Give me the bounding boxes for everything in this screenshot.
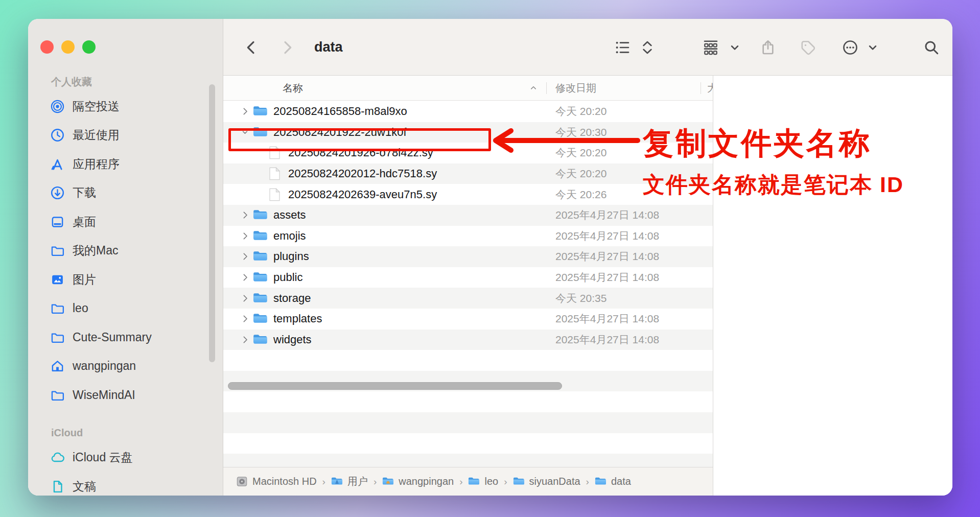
sidebar-section-header: iCloud <box>28 423 223 443</box>
share-icon[interactable] <box>760 39 776 56</box>
sidebar-item-隔空投送[interactable]: 隔空投送 <box>28 92 223 121</box>
file-icon <box>269 167 280 180</box>
horizontal-scrollbar[interactable] <box>228 382 562 390</box>
file-row[interactable]: 20250824165858-m8al9xo今天 20:20 <box>223 101 713 122</box>
zoom-button[interactable] <box>82 40 96 54</box>
forward-button[interactable] <box>279 39 295 56</box>
file-date-modified: 今天 20:30 <box>555 125 606 139</box>
search-icon[interactable] <box>923 39 940 56</box>
back-button[interactable] <box>243 39 260 56</box>
sidebar-section-header: 个人收藏 <box>28 72 223 92</box>
disclosure-open-icon[interactable] <box>239 128 251 136</box>
sidebar-item-应用程序[interactable]: 应用程序 <box>28 150 223 179</box>
sidebar-item-label: WiseMindAI <box>73 388 135 402</box>
window-title: data <box>314 39 343 55</box>
close-button[interactable] <box>40 40 54 54</box>
content-area: 名称 修改日期 大小 20250824165858-m8al9xo今天 20:2… <box>223 76 952 496</box>
column-header-date[interactable]: 修改日期 <box>555 81 596 95</box>
sidebar-sections: 个人收藏隔空投送最近使用应用程序下载桌面我的Mac图片leoCute-Summa… <box>28 72 223 496</box>
column-header-name[interactable]: 名称 <box>283 81 303 95</box>
sidebar-item-wangpingan[interactable]: wangpingan <box>28 352 223 381</box>
file-row[interactable]: widgets2025年4月27日 14:08 <box>223 330 713 350</box>
main-area: data 名称 修改日期 大小 20250824165858-m8al9xo今天… <box>223 19 952 496</box>
tag-icon[interactable] <box>800 39 816 56</box>
chevron-down-icon[interactable] <box>728 41 741 54</box>
file-name: plugins <box>273 250 309 263</box>
disclosure-closed-icon[interactable] <box>239 231 251 240</box>
folder-line-icon <box>50 330 65 345</box>
file-row[interactable]: storage今天 20:35 <box>223 288 713 309</box>
folder-icon <box>253 250 268 263</box>
sidebar-item-leo[interactable]: leo <box>28 294 223 323</box>
sidebar-item-桌面[interactable]: 桌面 <box>28 207 223 237</box>
file-row[interactable]: 20250824202639-aveu7n5.sy今天 20:26 <box>223 184 713 205</box>
file-row[interactable]: public2025年4月27日 14:08 <box>223 267 713 288</box>
chevron-down-icon[interactable] <box>866 41 879 54</box>
path-item-label: leo <box>484 476 498 487</box>
sidebar-item-文稿[interactable]: 文稿 <box>28 472 223 496</box>
file-row[interactable]: 20250824201926-o78l42z.sy今天 20:20 <box>223 143 713 163</box>
sidebar-item-图片[interactable]: 图片 <box>28 265 223 294</box>
more-icon[interactable] <box>842 39 858 56</box>
sidebar-item-cute-summary[interactable]: Cute-Summary <box>28 323 223 352</box>
sidebar-item-下载[interactable]: 下载 <box>28 179 223 208</box>
sidebar-item-我的mac[interactable]: 我的Mac <box>28 237 223 266</box>
file-row[interactable]: emojis2025年4月27日 14:08 <box>223 226 713 247</box>
minimize-button[interactable] <box>61 40 75 54</box>
sidebar-scrollbar[interactable] <box>209 84 215 362</box>
file-row[interactable]: assets2025年4月27日 14:08 <box>223 205 713 226</box>
folder-icon <box>253 271 268 284</box>
file-icon <box>269 146 280 159</box>
file-row[interactable]: 20250824201922-2uw1k0f今天 20:30 <box>223 122 713 143</box>
sidebar-item-icloud-云盘[interactable]: iCloud 云盘 <box>28 443 223 473</box>
group-by-icon[interactable] <box>703 39 719 56</box>
file-date-modified: 2025年4月27日 14:08 <box>555 249 659 264</box>
file-date-modified: 2025年4月27日 14:08 <box>555 333 659 347</box>
disclosure-closed-icon[interactable] <box>239 211 251 220</box>
path-item-用户[interactable]: 用户 <box>331 475 368 488</box>
file-name: widgets <box>273 333 312 346</box>
file-name: 20250824202639-aveu7n5.sy <box>288 188 437 201</box>
folder-line-icon <box>50 301 65 316</box>
sidebar-item-最近使用[interactable]: 最近使用 <box>28 121 223 150</box>
disclosure-closed-icon[interactable] <box>239 107 251 116</box>
file-name: emojis <box>273 229 306 243</box>
disclosure-closed-icon[interactable] <box>239 273 251 282</box>
folder-icon <box>253 209 268 221</box>
column-header-size[interactable]: 大小 <box>707 81 713 95</box>
disclosure-closed-icon[interactable] <box>239 315 251 323</box>
column-divider[interactable] <box>701 82 701 94</box>
file-rows: 20250824165858-m8al9xo今天 20:202025082420… <box>223 101 713 467</box>
path-item-macintosh-hd[interactable]: Macintosh HD <box>236 476 317 487</box>
path-item-leo[interactable]: leo <box>468 476 498 487</box>
folder-icon <box>253 126 268 138</box>
download-icon <box>50 185 65 201</box>
cloud-icon <box>50 450 65 465</box>
file-name: 20250824201926-o78l42z.sy <box>288 146 433 159</box>
folder-icon <box>253 105 268 118</box>
list-view-icon[interactable] <box>614 39 631 56</box>
folder-icon <box>253 292 268 304</box>
disclosure-closed-icon[interactable] <box>239 335 251 344</box>
file-row[interactable]: 20250824202012-hdc7518.sy今天 20:20 <box>223 163 713 184</box>
path-item-data[interactable]: data <box>595 476 631 487</box>
folder-icon <box>253 334 268 346</box>
column-divider[interactable] <box>546 82 547 94</box>
sort-chevrons-icon[interactable] <box>639 39 656 56</box>
path-item-wangpingan[interactable]: wangpingan <box>382 476 454 487</box>
path-item-siyuandata[interactable]: siyuanData <box>513 476 580 487</box>
window-controls <box>40 40 96 54</box>
sidebar-item-label: Cute-Summary <box>73 331 152 344</box>
file-name: 20250824202012-hdc7518.sy <box>288 167 437 180</box>
file-row[interactable]: plugins2025年4月27日 14:08 <box>223 246 713 267</box>
column-header-row: 名称 修改日期 大小 <box>223 76 713 101</box>
file-row[interactable]: templates2025年4月27日 14:08 <box>223 309 713 330</box>
finder-window: 个人收藏隔空投送最近使用应用程序下载桌面我的Mac图片leoCute-Summa… <box>28 19 952 496</box>
file-date-modified: 今天 20:20 <box>555 104 606 119</box>
sort-ascending-icon <box>529 83 538 92</box>
disclosure-closed-icon[interactable] <box>239 294 251 302</box>
sidebar-item-wisemindai[interactable]: WiseMindAI <box>28 381 223 410</box>
file-list: 名称 修改日期 大小 20250824165858-m8al9xo今天 20:2… <box>223 76 713 496</box>
disclosure-closed-icon[interactable] <box>239 252 251 261</box>
folder-users-icon <box>331 476 343 487</box>
